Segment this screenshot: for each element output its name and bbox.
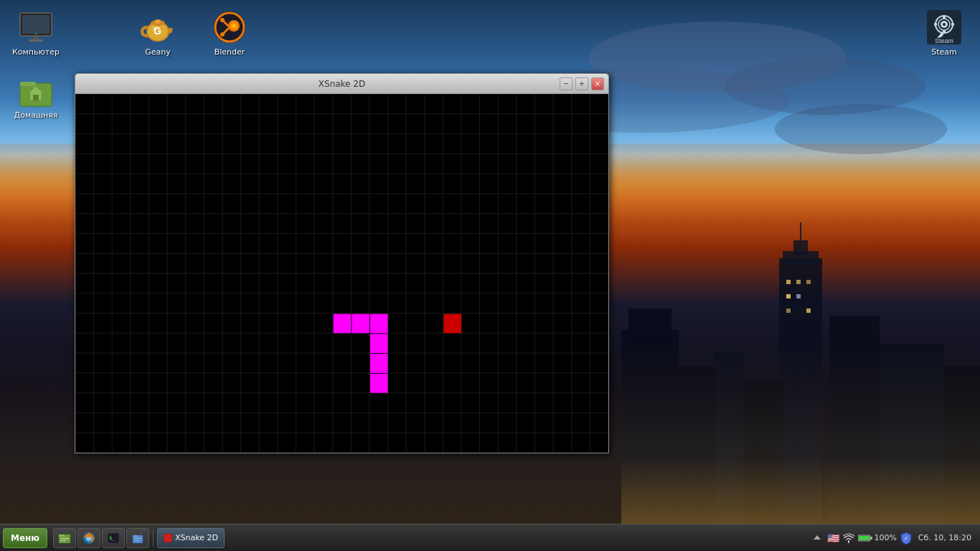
maximize-button[interactable]: + — [575, 77, 588, 90]
tray-keyboard-layout[interactable]: 🇺🇸 — [826, 532, 839, 545]
steam-icon: Steam — [927, 10, 961, 44]
svg-rect-78 — [859, 536, 870, 540]
taskbar-terminal-icon[interactable]: $_ — [102, 528, 125, 548]
svg-point-39 — [155, 19, 161, 24]
blender-icon — [212, 10, 247, 44]
svg-text:Steam: Steam — [935, 37, 953, 44]
tray-battery[interactable]: 100% — [858, 533, 896, 542]
taskbar-thunar-icon[interactable] — [126, 528, 149, 548]
svg-point-56 — [943, 23, 946, 26]
svg-rect-73 — [134, 538, 141, 539]
xsnake-window: XSnake 2D − + × — [75, 73, 609, 453]
svg-rect-60 — [951, 23, 954, 26]
taskbar-separator-1 — [153, 529, 154, 547]
game-canvas[interactable] — [75, 94, 608, 453]
desktop-icon-geany[interactable]: G Geany — [129, 7, 187, 60]
taskbar-tray: 🇺🇸 100% ✓ — [808, 532, 977, 545]
desktop-icons-left: Компьютер Домашняя — [7, 7, 65, 123]
desktop-icon-blender[interactable]: Blender — [201, 7, 258, 60]
svg-text:G: G — [154, 25, 161, 37]
taskbar-filemanager-icon[interactable] — [53, 528, 76, 548]
svg-rect-59 — [934, 23, 937, 26]
tray-shield-icon[interactable]: ✓ — [900, 532, 913, 545]
svg-marker-75 — [814, 535, 821, 540]
tray-expand-icon[interactable] — [811, 532, 824, 545]
svg-point-46 — [232, 24, 235, 27]
home-icon-label: Домашняя — [14, 110, 58, 120]
minimize-button[interactable]: − — [560, 77, 573, 90]
svg-rect-33 — [20, 82, 36, 86]
taskbar-quicklaunch: $_ — [53, 528, 149, 548]
tray-datetime[interactable]: Сб. 10, 18:20 — [915, 533, 974, 542]
svg-point-49 — [220, 18, 225, 22]
svg-rect-72 — [133, 535, 138, 537]
svg-rect-28 — [22, 15, 50, 34]
window-title: XSnake 2D — [81, 79, 603, 89]
svg-rect-35 — [33, 95, 39, 100]
steam-icon-label: Steam — [931, 47, 957, 57]
battery-label: 100% — [874, 533, 896, 542]
close-button[interactable]: × — [591, 77, 604, 90]
menu-label: Меню — [11, 533, 39, 543]
taskbar-firefox-icon[interactable] — [77, 528, 100, 548]
svg-rect-63 — [59, 534, 65, 537]
window-controls: − + × — [560, 77, 604, 90]
computer-icon — [19, 10, 53, 44]
window-titlebar[interactable]: XSnake 2D − + × — [75, 74, 608, 94]
home-icon — [19, 73, 53, 108]
geany-icon: G — [141, 10, 175, 44]
svg-rect-77 — [870, 537, 872, 540]
svg-point-31 — [35, 33, 37, 34]
app-indicator — [164, 534, 172, 542]
svg-rect-65 — [60, 540, 66, 542]
svg-text:$_: $_ — [109, 535, 116, 541]
computer-icon-label: Компьютер — [12, 47, 60, 57]
svg-rect-74 — [134, 540, 139, 541]
geany-icon-label: Geany — [145, 47, 171, 57]
desktop-icon-steam[interactable]: Steam Steam — [915, 7, 973, 60]
svg-text:✓: ✓ — [903, 535, 908, 542]
snake-game-canvas[interactable] — [75, 94, 608, 453]
taskbar-app-xsnake[interactable]: XSnake 2D — [157, 528, 225, 548]
desktop-icon-computer[interactable]: Компьютер — [7, 7, 65, 60]
taskbar: Меню — [0, 524, 980, 551]
svg-rect-29 — [33, 36, 39, 39]
svg-rect-64 — [60, 538, 69, 540]
tray-wifi-icon[interactable] — [842, 532, 855, 545]
blender-icon-label: Blender — [215, 47, 245, 57]
desktop-icon-home[interactable]: Домашняя — [7, 70, 65, 123]
svg-point-51 — [228, 26, 231, 29]
svg-rect-57 — [943, 16, 946, 19]
taskbar-menu-button[interactable]: Меню — [3, 528, 47, 548]
desktop-icons-top: G Geany Ble — [129, 7, 258, 60]
svg-point-50 — [220, 32, 225, 37]
taskbar-app-label: XSnake 2D — [175, 533, 218, 542]
svg-rect-30 — [29, 39, 43, 42]
